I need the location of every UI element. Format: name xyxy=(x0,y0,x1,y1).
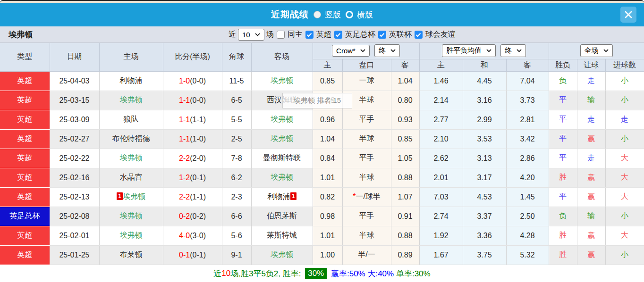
league-badge: 英超 xyxy=(0,168,50,187)
away-team[interactable]: 埃弗顿 xyxy=(251,168,313,187)
layout-vertical-option[interactable]: 竖版 xyxy=(314,9,341,20)
radio-horizontal-icon[interactable] xyxy=(346,11,353,18)
away-team[interactable]: 莱斯特城 xyxy=(251,226,313,245)
away-team[interactable]: 曼彻斯特联 xyxy=(251,149,313,168)
friendly-label: 球会友谊 xyxy=(425,30,456,40)
layout-horizontal-option[interactable]: 横版 xyxy=(346,9,373,20)
carabao-checkbox[interactable] xyxy=(378,31,386,39)
radio-vertical-icon[interactable] xyxy=(314,11,321,18)
corners-cell: 5-5 xyxy=(222,110,251,129)
result-handicap: 输 xyxy=(577,91,605,110)
table-row: 英超 25-02-16 水晶宫 1-2(0-1) 6-2 埃弗顿 1.01 半球… xyxy=(0,168,644,187)
filter-bar: 埃弗顿 近 10 场 同主 英超 英足总杯 英联杯 球会友谊 xyxy=(0,26,644,43)
epl-checkbox[interactable] xyxy=(305,31,314,39)
date-cell: 25-04-03 xyxy=(50,71,99,91)
corners-cell: 7-8 xyxy=(222,149,251,168)
let-odds-away: 0.93 xyxy=(391,110,419,129)
league-badge: 英超 xyxy=(0,110,50,129)
friendly-checkbox[interactable] xyxy=(415,31,423,39)
handicap-cell: 半/一 xyxy=(342,245,391,265)
euro-odds-away: 3.42 xyxy=(506,129,549,149)
corners-cell: 6-5 xyxy=(222,91,251,110)
result-wdl: 平 xyxy=(549,110,577,129)
filter-controls: 近 10 场 同主 英超 英足总杯 英联杯 球会友谊 xyxy=(229,26,456,43)
handicap-group-header: Crow* 终 xyxy=(313,43,419,59)
col-home: 主场 xyxy=(99,43,163,71)
chevron-down-icon xyxy=(517,49,522,52)
away-team[interactable]: 埃弗顿 xyxy=(251,245,313,265)
handicap-cell: 平手 xyxy=(342,110,391,129)
summary-near: 近 xyxy=(213,268,221,279)
away-team[interactable]: 伯恩茅斯 xyxy=(251,207,313,226)
let-odds-home: 1.04 xyxy=(313,129,342,149)
result-goals: 小 xyxy=(605,71,644,91)
home-team[interactable]: 布莱顿 xyxy=(99,245,163,265)
euro-odds-draw: 3.36 xyxy=(463,226,506,245)
facup-checkbox[interactable] xyxy=(334,31,342,39)
result-handicap: 赢 xyxy=(577,245,605,265)
euro-odds-draw: 3.53 xyxy=(463,129,506,149)
bookmaker-select[interactable]: Crow* xyxy=(332,45,370,57)
result-handicap: 赢 xyxy=(577,187,605,207)
home-team[interactable]: 1埃弗顿 xyxy=(99,187,163,207)
handicap-cell: 平手 xyxy=(342,149,391,168)
summary-record: 场,胜3平5负2, 胜率: xyxy=(230,268,303,279)
euro-odds-draw: 3.16 xyxy=(463,91,506,110)
avg-odds-select[interactable]: 胜平负均值 xyxy=(442,44,496,57)
date-cell: 25-02-22 xyxy=(50,149,99,168)
away-team[interactable]: 埃弗顿 xyxy=(251,129,313,149)
home-team[interactable]: 布伦特福德 xyxy=(99,129,163,149)
date-cell: 25-03-15 xyxy=(50,91,99,110)
red-card-badge: 1 xyxy=(117,192,123,200)
result-goals: 走 xyxy=(605,110,644,129)
handicap-cell: 平手 xyxy=(342,207,391,226)
dialog-title: 近期战绩 xyxy=(271,8,309,21)
euro-odds-draw: 2.99 xyxy=(463,110,506,129)
col-let-home: 主 xyxy=(313,59,342,71)
euro-odds-away: 2.50 xyxy=(506,207,549,226)
league-badge: 英超 xyxy=(0,226,50,245)
euro-odds-away: 2.81 xyxy=(506,110,549,129)
handicap-cell: 半球 xyxy=(342,129,391,149)
home-team[interactable]: 水晶宫 xyxy=(99,168,163,187)
home-team[interactable]: 埃弗顿 xyxy=(99,226,163,245)
scope-select[interactable]: 全场 xyxy=(580,44,613,57)
let-odds-away: 0.80 xyxy=(391,91,419,110)
home-team[interactable]: 利物浦 xyxy=(99,71,163,91)
home-team[interactable]: 埃弗顿 xyxy=(99,149,163,168)
home-team[interactable]: 埃弗顿 xyxy=(99,91,163,110)
home-team[interactable]: 埃弗顿 xyxy=(99,207,163,226)
close-button[interactable] xyxy=(620,7,636,23)
summary-single-rate: 单率:30% xyxy=(394,268,430,279)
bookmaker-state-select[interactable]: 终 xyxy=(374,44,400,57)
away-team[interactable]: 埃弗顿 xyxy=(251,110,313,129)
league-badge: 英超 xyxy=(0,149,50,168)
euro-odds-draw: 3.17 xyxy=(463,168,506,187)
let-odds-home: 0.85 xyxy=(313,71,342,91)
euro-odds-home: 1.92 xyxy=(419,226,463,245)
let-odds-away: 1.05 xyxy=(391,149,419,168)
match-count-select[interactable]: 10 xyxy=(238,29,264,41)
score-cell: 0-1(0-1) xyxy=(163,245,222,265)
table-row: 英超 25-02-22 埃弗顿 2-2(2-0) 7-8 曼彻斯特联 0.84 … xyxy=(0,149,644,168)
date-cell: 25-02-27 xyxy=(50,129,99,149)
col-handicap: 盘口 xyxy=(342,59,391,71)
euro-odds-away: 2.86 xyxy=(506,149,549,168)
table-row: 英超 25-04-03 利物浦 1-0(0-0) 11-5 埃弗顿 0.85 一… xyxy=(0,71,644,91)
league-badge: 英超 xyxy=(0,129,50,149)
euro-odds-home: 2.10 xyxy=(419,129,463,149)
result-handicap: 走 xyxy=(577,110,605,129)
away-team[interactable]: 利物浦1 xyxy=(251,187,313,207)
score-cell: 1-2(0-1) xyxy=(163,168,222,187)
euro-odds-draw: 3.75 xyxy=(463,245,506,265)
radio-horizontal-label[interactable]: 横版 xyxy=(357,9,373,20)
same-home-checkbox[interactable] xyxy=(277,31,285,39)
corners-cell: 2-5 xyxy=(222,129,251,149)
away-team[interactable]: 埃弗顿 xyxy=(251,71,313,91)
avg-odds-value: 胜平负均值 xyxy=(446,46,482,55)
result-goals: 大 xyxy=(605,187,644,207)
radio-vertical-label[interactable]: 竖版 xyxy=(325,9,341,20)
home-team[interactable]: 狼队 xyxy=(99,110,163,129)
results-table: 类型 日期 主场 比分(半场) 角球 客场 Crow* 终 xyxy=(0,43,644,265)
avg-state-select[interactable]: 终 xyxy=(500,44,526,57)
